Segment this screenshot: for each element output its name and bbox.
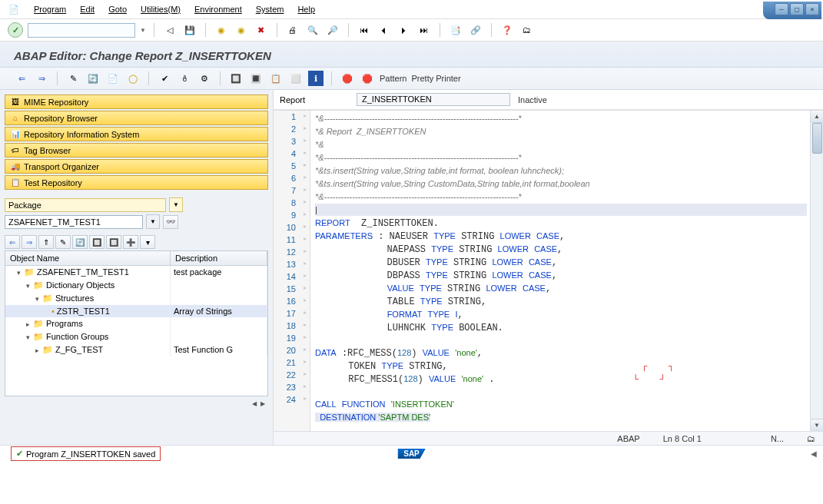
tree-add-icon[interactable]: ➕ — [123, 235, 138, 249]
where-used-icon[interactable]: 🔲 — [228, 71, 244, 86]
active-inactive-icon[interactable]: 🔄 — [85, 71, 101, 86]
collapse-icon[interactable]: ◀ — [811, 449, 817, 458]
tree-row[interactable]: ▾📁Dictionary Objects — [5, 279, 267, 292]
pretty-printer-button[interactable]: Pretty Printer — [411, 74, 460, 83]
tree-row[interactable]: ▾📁Structures — [5, 292, 267, 305]
stop-button[interactable]: ✖ — [254, 22, 269, 38]
exit-button[interactable]: ◉ — [214, 22, 229, 38]
tree-favorites-icon[interactable]: 🔲 — [106, 235, 121, 249]
tree-row[interactable]: •ZSTR_TEST1Array of Strings — [5, 305, 267, 317]
code-content[interactable]: *&--------------------------------------… — [310, 111, 810, 431]
package-display-icon[interactable]: 👓 — [163, 215, 178, 229]
nav-transport-organizer[interactable]: 🚚Transport Organizer — [5, 159, 268, 174]
toggle-display-icon[interactable]: ✎ — [65, 71, 81, 86]
nav-mime-repository[interactable]: 🖼MIME Repository — [5, 94, 268, 109]
new-session-icon[interactable]: 📑 — [448, 22, 463, 38]
help-icon[interactable]: ❓ — [499, 22, 515, 38]
editor-pane: Report Z_INSERTTOKEN Inactive 1234567891… — [274, 90, 823, 445]
status-caps: N... — [771, 434, 784, 443]
tree-row[interactable]: ▸📁Z_FG_TESTTest Function G — [5, 343, 267, 356]
info-icon[interactable]: ℹ — [308, 71, 324, 86]
package-input[interactable] — [5, 215, 143, 229]
browser-icon: ⌂ — [10, 113, 21, 124]
minimize-button[interactable]: — — [775, 3, 788, 15]
tree-next-icon[interactable]: ⇒ — [22, 235, 37, 249]
maximize-button[interactable]: □ — [790, 3, 804, 15]
tree-edit-icon[interactable]: ✎ — [55, 235, 71, 249]
fullscreen-icon[interactable]: ⬜ — [288, 71, 304, 86]
back-button[interactable]: ◁ — [162, 22, 178, 38]
tree-refresh-icon[interactable]: 🔄 — [72, 235, 88, 249]
other-object-icon[interactable]: 📄 — [105, 71, 121, 86]
find-next-icon[interactable]: 🔎 — [325, 22, 340, 38]
nav-window-icon[interactable]: 📋 — [268, 71, 284, 86]
nav-back-icon[interactable]: ⇐ — [14, 71, 29, 86]
vertical-scrollbar[interactable]: ▲ ▼ — [810, 111, 823, 431]
tree-row[interactable]: ▾📁Function Groups — [5, 330, 267, 343]
command-field[interactable] — [28, 23, 135, 38]
enter-button[interactable]: ✓ — [8, 22, 23, 38]
tree-header-desc: Description — [171, 251, 267, 265]
tag-icon: 🏷 — [10, 145, 21, 156]
nav-repository-browser[interactable]: ⌂Repository Browser — [5, 111, 268, 125]
package-label: Package — [5, 198, 166, 212]
code-editor[interactable]: 123456789101112131415161718192021222324 … — [274, 110, 823, 431]
last-page-icon[interactable]: ⏭ — [416, 22, 432, 38]
menu-goto[interactable]: Goto — [108, 5, 127, 14]
pane-resize-handle[interactable]: ◀▶ — [251, 400, 267, 407]
nav-repository-info[interactable]: 📊Repository Information System — [5, 127, 268, 141]
scroll-thumb[interactable] — [812, 123, 822, 154]
editor-status-bar: ABAP Ln 8 Col 1 N... 🗂 — [274, 431, 823, 445]
prev-page-icon[interactable]: ⏴ — [377, 22, 392, 38]
tree-prev-icon[interactable]: ⇐ — [5, 235, 20, 249]
status-options-icon[interactable]: 🗂 — [807, 434, 815, 443]
cancel-button[interactable]: ◉ — [234, 22, 249, 38]
test-icon[interactable]: ⚙ — [197, 71, 212, 86]
find-icon[interactable]: 🔍 — [305, 22, 320, 38]
test-repo-icon: 📋 — [10, 177, 21, 188]
title-bar: ABAP Editor: Change Report Z_INSERTTOKEN — [0, 41, 823, 68]
print-icon[interactable]: 🖨 — [285, 22, 300, 38]
menu-help[interactable]: Help — [297, 5, 315, 14]
object-tree[interactable]: Object Name Description ▾📁ZSAFENET_TM_TE… — [5, 250, 268, 396]
menu-utilities[interactable]: Utilities(M) — [141, 5, 181, 14]
report-status: Inactive — [518, 95, 547, 104]
scroll-up-icon[interactable]: ▲ — [811, 111, 823, 123]
nav-test-repository[interactable]: 📋Test Repository — [5, 175, 268, 190]
first-page-icon[interactable]: ⏮ — [357, 22, 372, 38]
object-list-icon[interactable]: 🔳 — [248, 71, 264, 86]
nav-tag-browser[interactable]: 🏷Tag Browser — [5, 143, 268, 158]
status-position: Ln 8 Col 1 — [663, 434, 702, 443]
tree-where-used-icon[interactable]: 🔲 — [89, 235, 105, 249]
tree-more-icon[interactable]: ▾ — [140, 235, 155, 249]
close-button[interactable]: × — [805, 3, 819, 15]
tree-row[interactable]: ▸📁Programs — [5, 317, 267, 330]
layout-icon[interactable]: 🗂 — [519, 22, 535, 38]
page-title: ABAP Editor: Change Report Z_INSERTTOKEN — [14, 49, 809, 62]
line-number-gutter: 123456789101112131415161718192021222324 — [274, 111, 310, 431]
menu-edit[interactable]: Edit — [80, 5, 95, 14]
enhance-icon[interactable]: ◯ — [125, 71, 141, 86]
status-message: ✔ Program Z_INSERTTOKEN saved — [11, 446, 161, 461]
shortcut-icon[interactable]: 🔗 — [468, 22, 483, 38]
tree-up-icon[interactable]: ⇑ — [38, 235, 54, 249]
save-icon[interactable]: 💾 — [182, 22, 197, 38]
pattern-button[interactable]: Pattern — [380, 74, 407, 83]
breakpoint2-icon[interactable]: 🛑 — [360, 71, 375, 86]
tree-row[interactable]: ▾📁ZSAFENET_TM_TEST1test package — [5, 266, 267, 279]
mime-icon: 🖼 — [10, 97, 21, 108]
menu-program[interactable]: Program — [34, 5, 66, 14]
package-history-icon[interactable]: ▼ — [146, 214, 160, 229]
menu-system[interactable]: System — [256, 5, 284, 14]
menu-environment[interactable]: Environment — [194, 5, 242, 14]
app-icon: 📄 — [8, 3, 20, 15]
breakpoint-icon[interactable]: 🛑 — [340, 71, 355, 86]
check-icon[interactable]: ✔ — [157, 71, 172, 86]
nav-forward-icon[interactable]: ⇒ — [34, 71, 49, 86]
next-page-icon[interactable]: ⏵ — [397, 22, 412, 38]
activate-icon[interactable]: 🕯 — [177, 71, 192, 86]
scroll-down-icon[interactable]: ▼ — [811, 419, 823, 431]
package-dropdown-icon[interactable]: ▼ — [169, 197, 183, 212]
sap-logo: SAP — [397, 449, 426, 459]
combo-dropdown-icon[interactable]: ▼ — [140, 27, 146, 34]
